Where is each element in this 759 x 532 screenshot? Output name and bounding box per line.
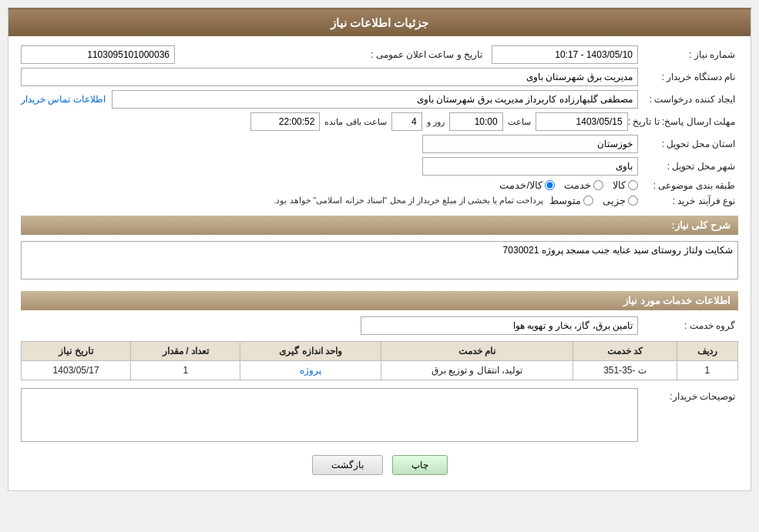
tosih-label: توصیحات خریدار: <box>638 388 738 402</box>
col-radif: ردیف <box>677 342 737 361</box>
ostan-input[interactable] <box>422 135 638 153</box>
ettelaat-tamas-link[interactable]: اطلاعات تماس خریدار <box>21 94 106 105</box>
cell-tarikh_niaz: 1403/05/17 <box>22 361 131 380</box>
cell-nam_khedmat: تولید، انتقال و توزیع برق <box>381 361 573 380</box>
radio-kala-khedmat-label: کالا/خدمت <box>499 179 542 191</box>
radio-kala-item[interactable]: کالا <box>613 179 638 191</box>
radio-motavsat-item[interactable]: متوسط <box>549 195 593 206</box>
tosih-textarea[interactable] <box>21 388 638 442</box>
cell-radif: 1 <box>677 361 737 380</box>
saat-label: ساعت <box>508 117 531 127</box>
radio-jozi[interactable] <box>628 196 638 206</box>
col-vahed: واحد اندازه گیری <box>240 342 381 361</box>
bagi-mande-label: ساعت باقی مانده <box>324 117 386 127</box>
radio-khedmat[interactable] <box>593 180 603 190</box>
page-title: جزئیات اطلاعات نیاز <box>8 10 751 36</box>
col-kod: کد خدمت <box>573 342 677 361</box>
sharh-koli-textarea[interactable] <box>21 241 738 279</box>
table-row: 1ت -35-351تولید، انتقال و توزیع برقپروژه… <box>22 361 738 380</box>
gorohe-khedmat-label: گروه خدمت : <box>638 320 738 331</box>
chap-button[interactable]: چاپ <box>392 455 448 475</box>
roz-label: روز و <box>427 117 445 127</box>
cell-vahed_andaze: پروژه <box>240 361 381 380</box>
radio-kala-khedmat-item[interactable]: کالا/خدمت <box>499 179 555 191</box>
tarikh-elan-label: تاریخ و ساعت اعلان عمومی : <box>371 49 485 60</box>
shahr-label: شهر محل تحویل : <box>638 161 738 172</box>
radio-kala-khedmat[interactable] <box>545 180 555 190</box>
ijad-konande-input[interactable] <box>112 90 638 109</box>
date-input[interactable] <box>536 112 628 131</box>
shomara-niaz-input[interactable] <box>21 45 175 64</box>
nam-dastgah-input[interactable] <box>21 68 638 86</box>
radio-motavsat[interactable] <box>583 196 593 206</box>
cell-tedad_megdar: 1 <box>131 361 240 380</box>
services-table: ردیف کد خدمت نام خدمت واحد اندازه گیری ت… <box>21 341 738 380</box>
tarikh-elan-input[interactable] <box>492 45 638 64</box>
shomara-niaz-label: شماره نیاز : <box>638 49 738 60</box>
radio-jozi-item[interactable]: جزیی <box>603 195 638 206</box>
cell-kod_khedmat: ت -35-351 <box>573 361 677 380</box>
khadamat-section-title: اطلاعات خدمات مورد نیاز <box>21 291 738 310</box>
radio-jozi-label: جزیی <box>603 195 626 206</box>
shahr-input[interactable] <box>422 157 638 176</box>
roz-input[interactable] <box>391 112 422 131</box>
nam-dastgah-label: نام دستگاه خریدار : <box>638 72 738 82</box>
radio-motavsat-label: متوسط <box>549 195 581 206</box>
ostan-label: استان محل تحویل : <box>638 139 738 149</box>
gorohe-khedmat-input[interactable] <box>361 316 638 335</box>
saat-input[interactable] <box>449 112 503 131</box>
col-tarikh: تاریخ نیاز <box>22 342 131 361</box>
radio-khedmat-label: خدمت <box>564 179 591 191</box>
bazgasht-button[interactable]: بازگشت <box>312 455 383 475</box>
radio-kala[interactable] <box>628 180 638 190</box>
bagi-mande-input[interactable] <box>250 112 320 131</box>
radio-kala-label: کالا <box>613 179 626 191</box>
mohlat-label: مهلت ارسال پاسخ: تا تاریخ : <box>628 116 738 127</box>
col-tedad: تعداد / مقدار <box>131 342 240 361</box>
tabaqe-label: طبقه بندی موضوعی : <box>638 180 738 191</box>
col-nam: نام خدمت <box>381 342 573 361</box>
payment-text: پرداخت تمام یا بخشی از مبلغ خریدار از مح… <box>274 196 543 206</box>
radio-khedmat-item[interactable]: خدمت <box>564 179 603 191</box>
noe-farayand-label: نوع فرآیند خرید : <box>638 196 738 206</box>
sharh-koli-section-title: شرح کلی نیاز: <box>21 216 738 235</box>
ijad-konande-label: ایجاد کننده درخواست : <box>638 94 738 105</box>
